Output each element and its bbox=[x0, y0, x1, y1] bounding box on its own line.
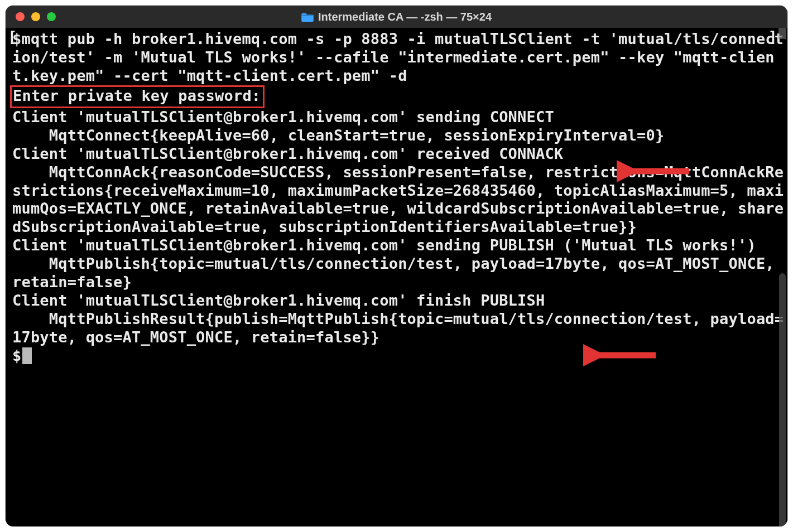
cursor bbox=[22, 347, 32, 364]
highlighted-password-prompt: Enter private key password: bbox=[10, 85, 265, 108]
terminal-output: $mqtt pub -h broker1.hivemq.com -s -p 88… bbox=[12, 30, 784, 347]
window-title-wrap: Intermediate CA — -zsh — 75×24 bbox=[6, 11, 787, 23]
terminal-line: MqttPublish{topic=mutual/tls/connection/… bbox=[12, 255, 784, 292]
terminal-line: MqttConnect{keepAlive=60, cleanStart=tru… bbox=[12, 127, 784, 145]
prompt-line[interactable]: $ bbox=[12, 347, 784, 365]
svg-rect-0 bbox=[301, 14, 314, 16]
scroll-corner bbox=[778, 28, 786, 39]
terminal-line: MqttConnAck{reasonCode=SUCCESS, sessionP… bbox=[12, 163, 784, 237]
traffic-lights bbox=[16, 12, 56, 21]
terminal-line: Client 'mutualTLSClient@broker1.hivemq.c… bbox=[12, 236, 784, 255]
scrollbar[interactable] bbox=[779, 273, 786, 526]
minimize-icon[interactable] bbox=[31, 12, 40, 21]
prompt-symbol: $ bbox=[12, 347, 21, 365]
terminal-body[interactable]: [ ] $mqtt pub -h broker1.hivemq.com -s -… bbox=[6, 28, 787, 526]
output-bracket-right: ] bbox=[768, 28, 777, 46]
terminal-line: Enter private key password: bbox=[12, 85, 784, 108]
terminal-line: Client 'mutualTLSClient@broker1.hivemq.c… bbox=[12, 292, 784, 310]
output-bracket-left: [ bbox=[8, 28, 17, 46]
close-icon[interactable] bbox=[16, 12, 25, 21]
titlebar[interactable]: Intermediate CA — -zsh — 75×24 bbox=[6, 6, 787, 28]
terminal-line: Client 'mutualTLSClient@broker1.hivemq.c… bbox=[12, 108, 784, 127]
window-title: Intermediate CA — -zsh — 75×24 bbox=[318, 11, 492, 23]
terminal-line: $mqtt pub -h broker1.hivemq.com -s -p 88… bbox=[12, 30, 784, 85]
terminal-line: Client 'mutualTLSClient@broker1.hivemq.c… bbox=[12, 145, 784, 163]
terminal-window: Intermediate CA — -zsh — 75×24 [ ] $mqtt… bbox=[6, 6, 787, 526]
terminal-line: MqttPublishResult{publish=MqttPublish{to… bbox=[12, 310, 784, 347]
folder-icon bbox=[301, 12, 314, 22]
zoom-icon[interactable] bbox=[47, 12, 56, 21]
